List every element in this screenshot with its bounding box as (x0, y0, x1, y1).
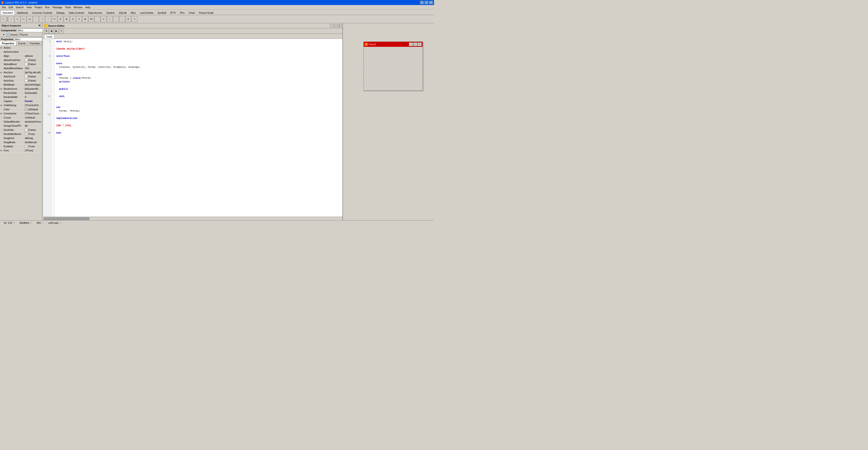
prop-value-allowdropfiles[interactable]: (False) (24, 58, 42, 62)
editor-close-btn[interactable]: ✕ (338, 24, 342, 27)
prop-value-borderstyle[interactable]: bsSizeable (24, 91, 42, 94)
menu-edit[interactable]: Edit (7, 5, 14, 9)
tab-misc[interactable]: Misc (129, 10, 138, 15)
prop-value-childsizing[interactable]: {TControlChildSiz (24, 104, 42, 107)
tab-standard[interactable]: Standard (0, 10, 15, 15)
component-btn-15[interactable]: 📋 (95, 16, 100, 22)
component-btn-5[interactable]: ✓ (33, 16, 39, 22)
component-btn-4[interactable]: ab| (27, 16, 33, 22)
tree-form1[interactable]: ▼ F Form1: TForm1 (0, 33, 42, 37)
object-inspector-close[interactable]: ✕ (38, 24, 41, 27)
editor-tab-unit1[interactable]: *unit1 (44, 34, 55, 38)
editor-tool-settings[interactable]: ⚙ (44, 29, 49, 33)
component-btn-10[interactable]: ▣ (64, 16, 70, 22)
component-btn-11[interactable]: ▥ (70, 16, 76, 22)
prop-value-dragmode[interactable]: dmManual (24, 141, 42, 144)
prop-value-cursor[interactable]: crDefault (24, 116, 42, 119)
tab-additional[interactable]: Additional (15, 10, 30, 15)
prop-value-designtimeppi[interactable]: 96 (24, 124, 42, 127)
tab-system[interactable]: System (104, 10, 117, 15)
checkbox-docksite[interactable] (25, 128, 27, 131)
component-btn-18[interactable]: ↔ (113, 16, 119, 22)
component-btn-19[interactable]: ↕ (119, 16, 125, 22)
prop-value-color[interactable]: clDefault (24, 108, 42, 111)
props-tab-events[interactable]: Events (16, 41, 28, 46)
prop-expand-font[interactable]: ▶ (0, 149, 3, 152)
prop-value-bordericons[interactable]: [biSystemMenu,l (24, 87, 42, 90)
prop-expand-anchors[interactable]: ▶ (0, 71, 3, 73)
tab-common-controls[interactable]: Common Controls (30, 10, 54, 15)
menu-window[interactable]: Window (72, 5, 84, 9)
horizontal-scrollbar[interactable] (43, 217, 342, 220)
tab-ipro[interactable]: IPro (178, 10, 187, 15)
properties-filter[interactable] (14, 37, 42, 41)
component-btn-last[interactable]: ⚙ (131, 16, 137, 22)
prop-expand-action[interactable]: ▶ (0, 47, 3, 49)
prop-value-anchors[interactable]: [akTop,akLeft] (24, 71, 42, 74)
tab-synedit[interactable]: SynEdit (155, 10, 168, 15)
prop-value-caption[interactable]: Form1 (24, 99, 42, 103)
component-btn-8[interactable]: ≡▼ (51, 16, 57, 22)
prop-value-doublebuffered[interactable]: ✓(True) (24, 132, 42, 136)
component-btn-20[interactable]: ▨ (125, 16, 131, 22)
menu-tools[interactable]: Tools (63, 5, 72, 9)
menu-search[interactable]: Search (14, 5, 25, 9)
tab-data-controls[interactable]: Data Controls (67, 10, 86, 15)
minimize-button[interactable]: ─ (420, 1, 424, 4)
tab-pascal-script[interactable]: Pascal Script (197, 10, 216, 15)
tab-chart[interactable]: Chart (187, 10, 197, 15)
editor-maximize-btn[interactable]: □ (334, 24, 337, 27)
code-content[interactable]: unit Unit1; {$mode objfpc}{$H+} interfac… (54, 39, 342, 217)
checkbox-autoscroll[interactable] (25, 75, 27, 78)
prop-expand-cs[interactable]: ▶ (0, 104, 3, 107)
tab-sqldb[interactable]: SQLdb (117, 10, 128, 15)
component-btn-6[interactable]: ⊙ (39, 16, 45, 22)
preview-form[interactable]: F Form1 ─ □ ✕ (364, 41, 423, 91)
prop-value-enabled[interactable]: ✓(True) (24, 145, 42, 148)
tab-dialogs[interactable]: Dialogs (54, 10, 67, 15)
component-btn-1[interactable]: 🖊 (8, 16, 14, 22)
prop-value-action[interactable] (24, 48, 42, 48)
menu-file[interactable]: File (0, 5, 7, 9)
menu-package[interactable]: Package (51, 5, 64, 9)
prop-value-bidimode[interactable]: bdLeftToRight (24, 83, 42, 86)
prop-value-constraints[interactable]: {TSizeConstraints (24, 112, 42, 115)
preview-close-btn[interactable]: ✕ (417, 42, 422, 46)
prop-value-autosize[interactable]: (False) (24, 79, 42, 82)
editor-minimize-btn[interactable]: ─ (330, 24, 333, 27)
maximize-button[interactable]: □ (425, 1, 429, 4)
menu-run[interactable]: Run (43, 5, 51, 9)
component-btn-2[interactable]: A (14, 16, 20, 22)
props-tab-favorites[interactable]: Favorites (28, 41, 42, 46)
props-tab-properties[interactable]: Properties (0, 41, 16, 46)
component-btn-17[interactable]: ◻ (107, 16, 113, 22)
menu-view[interactable]: View (25, 5, 33, 9)
component-btn-16[interactable]: ◈ (101, 16, 106, 22)
tab-rtti[interactable]: RTTI (168, 10, 178, 15)
checkbox-alphablend[interactable] (25, 63, 27, 65)
prop-value-alphablenval[interactable]: 255 (24, 67, 42, 70)
editor-tool-forward[interactable]: ▶ (54, 29, 59, 33)
preview-restore-btn[interactable]: □ (413, 42, 417, 46)
component-btn-9[interactable]: ▤ (58, 16, 63, 22)
prop-value-dragkind[interactable]: dkDrag (24, 137, 42, 140)
editor-tool-jump[interactable]: ⇒ (59, 29, 64, 33)
menu-project[interactable]: Project (33, 5, 43, 9)
editor-tool-back[interactable]: ◀ (49, 29, 54, 33)
prop-value-borderwidth[interactable]: 0 (24, 95, 42, 99)
checkbox-allowdropfiles[interactable] (25, 59, 27, 61)
preview-minimize-btn[interactable]: ─ (409, 42, 413, 46)
tab-data-access[interactable]: Data Access (86, 10, 104, 15)
checkbox-doublebuffered[interactable]: ✓ (25, 133, 27, 135)
component-btn-14[interactable]: ⌨ (88, 16, 94, 22)
prop-value-align[interactable]: alNone (24, 54, 42, 58)
component-btn-13[interactable]: ▦ (82, 16, 88, 22)
prop-expand-bi[interactable]: ▶ (0, 88, 3, 90)
tab-lazcontrols[interactable]: LazControls (138, 10, 155, 15)
component-btn-3[interactable]: Aa (21, 16, 27, 22)
close-button[interactable]: ✕ (429, 1, 433, 4)
component-btn-7[interactable]: ≡ (45, 16, 51, 22)
prop-value-activecontrol[interactable] (24, 52, 42, 52)
checkbox-enabled[interactable]: ✓ (25, 145, 27, 148)
scrollbar-thumb[interactable] (43, 217, 89, 220)
